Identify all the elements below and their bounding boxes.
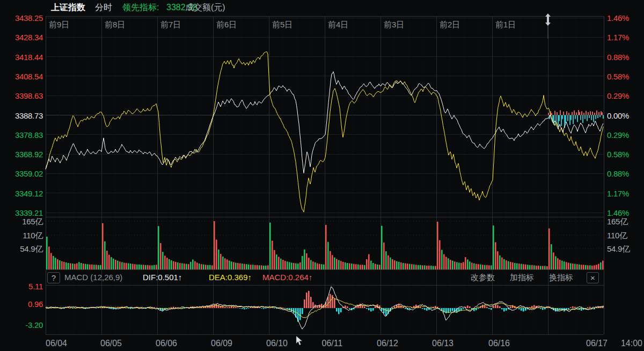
percent-axis-label: 0.58% xyxy=(607,150,629,158)
macd-dea-value: DEA:0.369↑ xyxy=(209,272,252,283)
date-label: 06/17 xyxy=(586,339,608,348)
range-slider-handle-icon[interactable] xyxy=(545,13,551,26)
percent-axis-label: 1.17% xyxy=(607,33,629,41)
day-label: 前8日 xyxy=(105,20,125,30)
macd-indicator-name: MACD (12,26,9) xyxy=(64,272,122,283)
price-axis-label: 3438.25 xyxy=(0,14,43,22)
percent-axis-label: 0.58% xyxy=(607,72,629,80)
day-label: 前7日 xyxy=(160,20,181,30)
date-label: 06/11 xyxy=(322,339,343,348)
tab-minute-mode[interactable]: 分时 xyxy=(95,3,112,12)
stock-chart-app: 上证指数 分时 领先指标: 3382.98 成交额(元) 3438.253428… xyxy=(0,0,644,351)
day-label: 前3日 xyxy=(384,20,404,30)
macd-dif-value: DIF:0.501↑ xyxy=(143,272,182,283)
day-label: 前4日 xyxy=(328,20,348,30)
mouse-cursor-icon xyxy=(296,336,302,345)
price-axis-label: 3378.83 xyxy=(0,130,43,138)
chart-header: 上证指数 分时 领先指标: 3382.98 成交额(元) xyxy=(0,0,644,15)
turnover-label: 成交额(元) xyxy=(185,3,225,12)
macd-axis-label: 0.96 xyxy=(0,300,43,308)
macd-macd-value: MACD:0.264↑ xyxy=(262,272,312,283)
volume-axis-label-left: 54.9亿 xyxy=(0,245,43,253)
day-label: 前2日 xyxy=(440,20,460,30)
index-name: 上证指数 xyxy=(51,3,85,12)
edit-params-button[interactable]: 改参数 xyxy=(471,272,495,283)
percent-axis-label: 1.46% xyxy=(607,209,629,217)
day-label: 前5日 xyxy=(272,20,292,30)
grid-lines xyxy=(46,16,604,334)
macd-header: ? MACD (12,26,9) DIF:0.501↑ DEA:0.369↑ M… xyxy=(0,271,644,285)
price-axis-label: 3368.92 xyxy=(0,150,43,158)
day-label: 前1日 xyxy=(495,20,516,30)
price-axis-label: 3418.44 xyxy=(0,53,43,61)
close-indicator-button[interactable]: × xyxy=(587,272,599,283)
leading-indicator-label: 领先指标: xyxy=(122,3,159,12)
percent-axis-label: 0.88% xyxy=(607,53,629,61)
price-axis-label: 3339.21 xyxy=(0,209,43,217)
day-label: 前9日 xyxy=(49,20,69,30)
add-indicator-button[interactable]: 加指标 xyxy=(510,272,534,283)
date-label: 06/12 xyxy=(377,339,398,348)
switch-indicator-button[interactable]: 换指标 xyxy=(549,272,573,283)
price-axis-label: 3398.63 xyxy=(0,92,43,100)
volume-axis-label-right: 110亿 xyxy=(607,231,627,239)
percent-axis-label: 1.17% xyxy=(607,189,629,197)
price-axis-label: 3349.12 xyxy=(0,189,43,197)
date-label: 06/10 xyxy=(266,339,288,348)
price-axis-label: 3359.02 xyxy=(0,170,43,178)
percent-axis-label: 0.00% xyxy=(607,111,629,119)
price-axis-label: 3388.73 xyxy=(0,111,43,119)
macd-axis-label: -3.20 xyxy=(0,321,43,329)
date-label: 06/05 xyxy=(100,339,122,348)
date-label: 06/04 xyxy=(46,339,67,348)
percent-axis-label: 0.29% xyxy=(607,92,629,100)
percent-axis-label: 0.88% xyxy=(607,170,629,178)
percent-axis-label: 1.46% xyxy=(607,14,629,22)
price-axis-label: 3408.54 xyxy=(0,72,43,80)
date-label: 06/06 xyxy=(156,339,177,348)
price-axis-label: 3428.34 xyxy=(0,33,43,41)
date-label: 06/13 xyxy=(432,339,453,348)
day-label: 前6日 xyxy=(216,20,237,30)
volume-axis-label-right: 54.9亿 xyxy=(607,245,630,253)
percent-axis-label: 0.29% xyxy=(607,130,629,138)
volume-axis-label-left: 165亿 xyxy=(0,217,43,225)
macd-help-button[interactable]: ? xyxy=(47,272,60,283)
date-label: 06/09 xyxy=(211,339,232,348)
chart-canvas[interactable] xyxy=(0,0,644,351)
date-label: 06/16 xyxy=(488,339,510,348)
volume-axis-label-right: 165亿 xyxy=(607,217,628,225)
volume-axis-label-left: 110亿 xyxy=(0,231,43,239)
current-time-label: 14:00 xyxy=(621,339,642,348)
